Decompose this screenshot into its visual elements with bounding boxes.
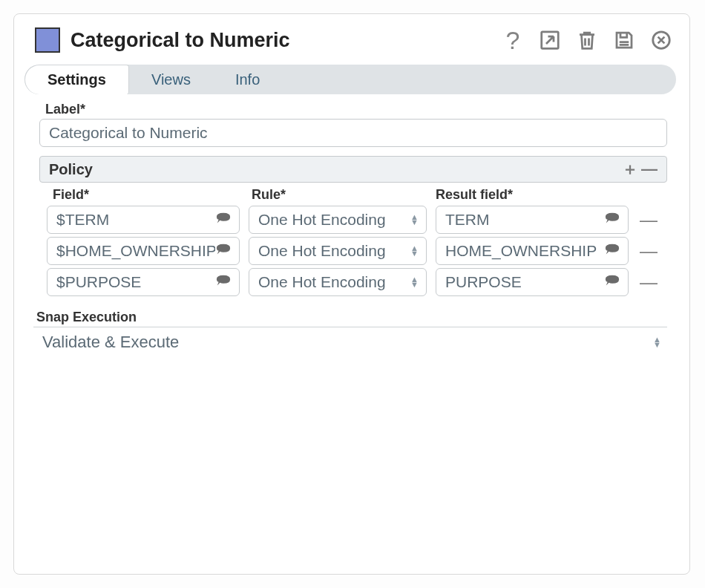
policy-result-input[interactable]: PURPOSE xyxy=(436,268,629,296)
snap-execution-label: Snap Execution xyxy=(36,310,676,325)
policy-section-title: Policy xyxy=(49,161,93,178)
expression-icon[interactable] xyxy=(215,273,232,292)
col-header-field: Field* xyxy=(53,187,252,203)
policy-grid: Field* Rule* Result field* $TERM One Hot… xyxy=(47,187,667,296)
policy-row: $PURPOSE One Hot Encoding ▲▼ PURPOSE — xyxy=(47,268,667,296)
tab-info[interactable]: Info xyxy=(213,65,282,94)
select-caret-icon: ▲▼ xyxy=(410,246,419,256)
policy-rule-select[interactable]: One Hot Encoding ▲▼ xyxy=(249,268,427,296)
tab-views[interactable]: Views xyxy=(129,65,213,94)
policy-result-value: TERM xyxy=(445,211,490,229)
policy-result-value: HOME_OWNERSHIP xyxy=(445,242,597,260)
select-caret-icon: ▲▼ xyxy=(653,337,661,347)
policy-result-value: PURPOSE xyxy=(445,273,522,291)
policy-field-input[interactable]: $TERM xyxy=(47,206,240,234)
policy-row: $TERM One Hot Encoding ▲▼ TERM — xyxy=(47,206,667,234)
select-caret-icon: ▲▼ xyxy=(410,215,419,225)
label-field-label: Label* xyxy=(45,102,676,117)
policy-result-input[interactable]: HOME_OWNERSHIP xyxy=(436,237,629,265)
tab-settings[interactable]: Settings xyxy=(24,65,129,94)
panel-header: Categorical to Numeric ? xyxy=(27,24,676,60)
row-remove-button[interactable]: — xyxy=(637,209,660,230)
trash-icon[interactable] xyxy=(575,28,599,52)
export-icon[interactable] xyxy=(538,28,562,52)
row-remove-button[interactable]: — xyxy=(637,241,660,261)
col-header-result: Result field* xyxy=(436,187,649,203)
policy-column-headers: Field* Rule* Result field* xyxy=(53,187,667,203)
expression-icon[interactable] xyxy=(604,242,620,261)
policy-rule-value: One Hot Encoding xyxy=(258,211,386,229)
policy-rule-select[interactable]: One Hot Encoding ▲▼ xyxy=(249,206,427,234)
select-caret-icon: ▲▼ xyxy=(410,277,419,287)
policy-field-value: $PURPOSE xyxy=(56,273,141,291)
policy-section-header: Policy ＋ — xyxy=(39,156,667,183)
policy-rule-value: One Hot Encoding xyxy=(258,273,386,291)
policy-result-input[interactable]: TERM xyxy=(436,206,629,234)
expression-icon[interactable] xyxy=(604,211,620,229)
policy-add-button[interactable]: ＋ xyxy=(620,158,640,180)
policy-row: $HOME_OWNERSHIP One Hot Encoding ▲▼ HOME… xyxy=(47,237,667,265)
policy-field-input[interactable]: $HOME_OWNERSHIP xyxy=(47,237,240,265)
close-icon[interactable] xyxy=(649,28,673,52)
help-icon[interactable]: ? xyxy=(501,28,525,52)
title-swatch-icon xyxy=(35,27,60,53)
policy-remove-button[interactable]: — xyxy=(640,160,659,179)
save-icon[interactable] xyxy=(612,28,636,52)
panel-title: Categorical to Numeric xyxy=(70,29,501,52)
snap-execution-select[interactable]: Validate & Execute ▲▼ xyxy=(33,327,667,356)
policy-field-value: $HOME_OWNERSHIP xyxy=(56,242,215,260)
label-input[interactable]: Categorical to Numeric xyxy=(39,119,667,147)
row-remove-button[interactable]: — xyxy=(637,272,660,293)
header-actions: ? xyxy=(501,28,673,52)
policy-rule-value: One Hot Encoding xyxy=(258,242,386,260)
col-header-rule: Rule* xyxy=(252,187,436,203)
expression-icon[interactable] xyxy=(604,273,620,292)
settings-panel: Categorical to Numeric ? Settings Views … xyxy=(13,13,690,575)
policy-field-input[interactable]: $PURPOSE xyxy=(47,268,240,296)
policy-rule-select[interactable]: One Hot Encoding ▲▼ xyxy=(249,237,427,265)
label-input-value: Categorical to Numeric xyxy=(49,124,208,142)
expression-icon[interactable] xyxy=(215,242,232,261)
snap-execution-value: Validate & Execute xyxy=(42,333,179,352)
policy-field-value: $TERM xyxy=(56,211,109,229)
tabs-bar: Settings Views Info xyxy=(24,65,676,94)
expression-icon[interactable] xyxy=(215,211,232,229)
